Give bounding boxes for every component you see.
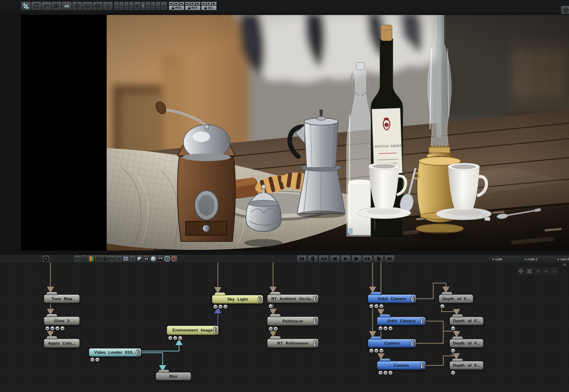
node-port-circle[interactable] (383, 326, 388, 331)
node-output-connector[interactable] (411, 340, 415, 347)
play-button[interactable] (341, 255, 351, 262)
step-forward-button[interactable] (352, 255, 362, 262)
keyframe-tick-button[interactable]: I (146, 2, 150, 10)
bounding-box-button[interactable]: BB (116, 255, 122, 262)
node-port-circle[interactable] (60, 326, 65, 331)
go-to-end-button[interactable] (384, 255, 394, 262)
channel-toggle[interactable] (179, 2, 184, 5)
zoom-out-button[interactable]: − (551, 268, 558, 275)
render-viewport[interactable]: CHATEAU ARMIN (21, 15, 569, 251)
world-axis-button[interactable]: W (93, 2, 102, 10)
node-input-tab[interactable] (379, 314, 391, 318)
scene-tab-rc46[interactable]: rc46 (486, 256, 522, 262)
lock-rot-button[interactable]: ROT (185, 5, 201, 10)
node-rt-refinement[interactable]: RT Refinement (267, 339, 319, 348)
quad-view-button[interactable] (81, 255, 88, 262)
node-port-circle[interactable] (95, 357, 100, 362)
node-input-tab[interactable] (370, 292, 381, 295)
channel-toggle[interactable] (185, 2, 190, 5)
auto-key-button[interactable]: AK (62, 2, 72, 10)
range-button[interactable]: RNG (109, 255, 115, 262)
node-graph-panel[interactable]: Tone MapGlow 2Apply Colo...Video Loader … (0, 262, 569, 392)
node-input-tab[interactable] (46, 292, 57, 295)
lock-scl-button[interactable]: SCL (201, 5, 217, 10)
keyframe-tick-button[interactable]: I (129, 2, 134, 10)
node-input-tab[interactable] (452, 358, 463, 362)
node-port-circle[interactable] (268, 304, 273, 309)
node-input-tab[interactable] (270, 292, 281, 295)
node-port-circle[interactable] (369, 304, 374, 309)
go-to-start-button[interactable] (297, 255, 307, 262)
step-backward-button[interactable] (330, 255, 340, 262)
move-tool-button[interactable] (21, 2, 31, 10)
node-input-tab[interactable] (270, 314, 281, 317)
node-rt-ambient-occlusion[interactable]: RT Ambient Occlu... (267, 294, 319, 303)
handles-button[interactable]: HAN DLES (122, 255, 129, 262)
node-output-connector[interactable] (313, 340, 317, 347)
channel-toggle[interactable] (174, 2, 179, 5)
node-orbit-camera-2[interactable]: Orbit Camera (377, 317, 426, 325)
node-port-circle[interactable] (273, 326, 278, 331)
fit-view-button[interactable] (526, 268, 533, 275)
node-depth-of-field-1[interactable]: Depth of F... (439, 294, 473, 303)
node-port-circle[interactable] (45, 326, 50, 331)
alert-button[interactable]: ! (164, 255, 171, 262)
node-port-circle[interactable] (218, 304, 223, 309)
node-input-tab[interactable] (379, 358, 391, 362)
resolution-button[interactable]: RES (74, 255, 81, 262)
refresh-button[interactable] (171, 255, 177, 262)
node-tone-map[interactable]: Tone Map (44, 294, 80, 303)
node-port-circle[interactable] (55, 326, 60, 331)
node-orbit-camera-1[interactable]: Orbit Camera (368, 294, 416, 303)
keyframe-tick-button[interactable]: I (114, 2, 119, 10)
sphere-preview-button[interactable] (150, 255, 157, 262)
node-output-connector[interactable] (258, 296, 262, 303)
node-output-connector[interactable] (411, 296, 415, 302)
node-depth-of-field-4[interactable]: Depth of F... (450, 361, 483, 370)
stereo-view-button[interactable] (143, 255, 150, 262)
node-port-circle[interactable] (369, 348, 374, 353)
node-port-circle[interactable] (168, 336, 173, 341)
keyframe-tick-button[interactable]: I (156, 2, 160, 10)
node-port-circle[interactable] (440, 304, 445, 309)
node-output-connector[interactable] (313, 318, 317, 325)
node-port-circle[interactable] (451, 370, 456, 375)
node-input-tab[interactable] (452, 314, 463, 318)
node-apply-color[interactable]: Apply Colo... (44, 339, 80, 348)
node-port-circle[interactable] (378, 370, 383, 375)
zoom-in-button[interactable]: + (542, 268, 550, 275)
channel-toggle[interactable] (195, 2, 201, 5)
channel-toggle[interactable] (169, 2, 174, 5)
node-port-circle[interactable] (213, 304, 218, 309)
coord-system-button[interactable]: C (103, 2, 113, 10)
node-glow-2[interactable]: Glow 2 (44, 317, 80, 325)
node-input-tab[interactable] (441, 292, 452, 295)
node-video-loader[interactable]: Video Loader 819... (89, 348, 141, 357)
keyframe-tick-button[interactable]: (0) (161, 2, 167, 10)
node-input-tab[interactable] (46, 336, 57, 339)
keyframe-tick-button[interactable]: (5) (134, 2, 140, 10)
fast-forward-button[interactable] (363, 255, 373, 262)
node-input-tab[interactable] (46, 314, 57, 317)
node-environment-image[interactable]: Environment Image (167, 326, 219, 335)
channel-toggle[interactable] (206, 2, 211, 5)
lock-pos-button[interactable]: POS (169, 5, 184, 10)
node-blur[interactable]: Blur (156, 372, 191, 381)
node-port-circle[interactable] (378, 326, 383, 331)
node-port-circle[interactable] (451, 348, 456, 353)
channel-toggle[interactable] (190, 2, 195, 5)
keyframe-tick-button[interactable]: I (151, 2, 156, 10)
node-port-circle[interactable] (379, 304, 384, 309)
node-depth-of-field-3[interactable]: Depth of F... (450, 339, 483, 348)
pan-view-button[interactable] (518, 268, 525, 275)
scene-tab-rc46-2[interactable]: rc46 2 (519, 256, 555, 262)
node-port-circle[interactable] (90, 357, 95, 362)
play-reverse-loop-button[interactable] (308, 255, 318, 262)
pivot-tool-button[interactable]: P (72, 2, 82, 10)
info-panel-button[interactable] (157, 255, 163, 262)
mesh-density-button[interactable] (102, 255, 108, 262)
node-input-tab[interactable] (370, 336, 381, 340)
color-channels-button[interactable] (88, 255, 95, 262)
settings-button[interactable] (42, 255, 49, 262)
keyframe-tick-button[interactable]: I (124, 2, 129, 10)
